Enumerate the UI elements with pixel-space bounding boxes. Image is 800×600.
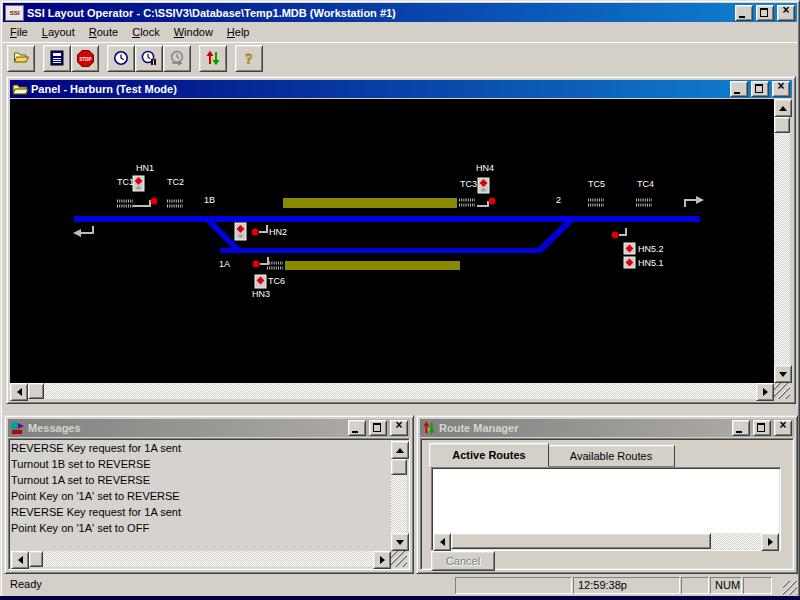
label-point-1b[interactable]: 1B: [204, 195, 215, 205]
vertical-scroll-thumb[interactable]: [391, 459, 407, 475]
panel-resize-grip[interactable]: [774, 383, 790, 399]
message-line[interactable]: Turnout 1B set to REVERSE: [11, 456, 391, 472]
open-file-button[interactable]: [7, 45, 35, 72]
messages-titlebar[interactable]: Messages: [8, 419, 410, 437]
menu-clock[interactable]: Clock: [125, 24, 167, 41]
vertical-scroll-track[interactable]: [391, 475, 407, 533]
exit-arrow-right[interactable]: [685, 196, 704, 207]
signal-hn4[interactable]: [477, 198, 496, 207]
scroll-down-button[interactable]: [774, 365, 792, 383]
tab-active-routes[interactable]: Active Routes: [429, 443, 549, 467]
horizontal-scroll-track[interactable]: [44, 383, 756, 399]
track-circuit-tc2-symbol[interactable]: [167, 201, 183, 206]
signal-hn5[interactable]: [612, 228, 627, 239]
menu-layout[interactable]: Layout: [35, 24, 82, 41]
scroll-right-button[interactable]: [761, 533, 779, 551]
messages-maximize-button[interactable]: [369, 420, 387, 436]
label-hn52: HN5.2: [638, 244, 664, 254]
route-manager-minimize-button[interactable]: [732, 420, 750, 436]
occupied-section-lower[interactable]: [285, 261, 460, 270]
cancel-button[interactable]: Cancel: [431, 551, 495, 571]
clock-step-button[interactable]: [163, 45, 191, 72]
indicator-hn4[interactable]: [478, 178, 489, 193]
app-titlebar[interactable]: SSI SSI Layout Operator - C:\SSIV3\Datab…: [3, 3, 797, 22]
messages-title: Messages: [28, 422, 345, 434]
indicator-hn51[interactable]: [624, 257, 635, 268]
minimize-button[interactable]: [735, 5, 753, 21]
close-button[interactable]: [777, 5, 795, 21]
track-circuit-tc4-symbol[interactable]: [636, 200, 652, 205]
menu-window[interactable]: Window: [167, 24, 220, 41]
scroll-up-button[interactable]: [391, 441, 409, 459]
route-manager-button[interactable]: [199, 45, 227, 72]
scroll-right-button[interactable]: [373, 551, 391, 569]
signal-hn2[interactable]: [252, 225, 268, 236]
tab-available-routes[interactable]: Available Routes: [547, 445, 675, 467]
route-manager-maximize-button[interactable]: [753, 420, 771, 436]
horizontal-scroll-thumb[interactable]: [451, 533, 711, 549]
clock-run-button[interactable]: [107, 45, 135, 72]
scroll-up-button[interactable]: [774, 99, 792, 117]
point-2-leg[interactable]: [539, 221, 570, 251]
horizontal-scroll-track[interactable]: [711, 533, 761, 549]
messages-vertical-scrollbar[interactable]: [391, 441, 407, 551]
menu-help[interactable]: Help: [220, 24, 257, 41]
messages-resize-grip[interactable]: [391, 551, 407, 567]
menu-route[interactable]: Route: [82, 24, 125, 41]
route-manager-close-button[interactable]: [774, 420, 792, 436]
vertical-scroll-thumb[interactable]: [774, 117, 790, 133]
horizontal-scroll-track[interactable]: [43, 551, 373, 567]
routes-horizontal-scrollbar[interactable]: [433, 533, 779, 549]
panel-vertical-scrollbar[interactable]: [774, 99, 790, 383]
message-line[interactable]: Turnout 1A set to REVERSE: [11, 472, 391, 488]
route-manager-titlebar[interactable]: Route Manager: [420, 419, 794, 437]
menu-file[interactable]: File: [3, 24, 35, 41]
indicator-tc6[interactable]: [255, 275, 266, 288]
panel-horizontal-scrollbar[interactable]: [10, 383, 774, 399]
messages-close-button[interactable]: [390, 420, 408, 436]
message-line[interactable]: Point Key on '1A' set to REVERSE: [11, 488, 391, 504]
occupied-section-upper[interactable]: [283, 198, 457, 208]
scroll-down-button[interactable]: [391, 533, 409, 551]
indicator-hn52[interactable]: [624, 243, 635, 254]
clock-hold-button[interactable]: [135, 45, 163, 72]
signal-hn3[interactable]: [253, 257, 269, 268]
track-circuit-tc5-symbol[interactable]: [588, 200, 604, 205]
panel-minimize-button[interactable]: [730, 81, 748, 97]
event-log-button[interactable]: [43, 45, 71, 72]
scroll-right-button[interactable]: [756, 383, 774, 401]
window-resize-grip[interactable]: [783, 581, 797, 595]
panel-maximize-button[interactable]: [751, 81, 769, 97]
signal-hn1[interactable]: [133, 198, 158, 207]
track-main-line[interactable]: [74, 216, 700, 222]
track-loop-line[interactable]: [220, 248, 540, 253]
label-point-1a[interactable]: 1A: [219, 259, 230, 269]
horizontal-scroll-thumb[interactable]: [28, 383, 44, 399]
help-button[interactable]: ?: [235, 45, 263, 72]
track-panel-canvas[interactable]: HN1 TC1 TC2 1B TC3 HN4 2 TC5 TC4 HN2 1A …: [10, 99, 774, 383]
track-circuit-tc6-symbol[interactable]: [267, 263, 283, 268]
vertical-scroll-track[interactable]: [774, 133, 790, 365]
toolbar: STOP ?: [3, 42, 797, 73]
exit-arrow-left[interactable]: [73, 226, 93, 237]
point-1b-leg[interactable]: [207, 219, 238, 250]
track-circuit-tc1-symbol[interactable]: [117, 201, 133, 206]
panel-close-button[interactable]: [772, 81, 790, 97]
messages-minimize-button[interactable]: [348, 420, 366, 436]
message-line[interactable]: Point Key on '1A' set to OFF: [11, 520, 391, 536]
stop-button[interactable]: STOP: [71, 45, 99, 72]
active-routes-list[interactable]: [431, 467, 781, 551]
track-circuit-tc3-symbol[interactable]: [459, 200, 475, 205]
scroll-left-button[interactable]: [433, 533, 451, 551]
horizontal-scroll-thumb[interactable]: [29, 551, 43, 567]
scroll-left-button[interactable]: [11, 551, 29, 569]
panel-titlebar[interactable]: Panel - Harburn (Test Mode): [10, 80, 792, 98]
indicator-hn2[interactable]: [235, 223, 246, 240]
indicator-hn1[interactable]: [133, 176, 144, 191]
scroll-left-button[interactable]: [10, 383, 28, 401]
messages-horizontal-scrollbar[interactable]: [11, 551, 391, 567]
maximize-button[interactable]: [756, 5, 774, 21]
message-line[interactable]: REVERSE Key request for 1A sent: [11, 504, 391, 520]
message-line[interactable]: REVERSE Key request for 1A sent: [11, 440, 391, 456]
label-point-2[interactable]: 2: [556, 195, 561, 205]
